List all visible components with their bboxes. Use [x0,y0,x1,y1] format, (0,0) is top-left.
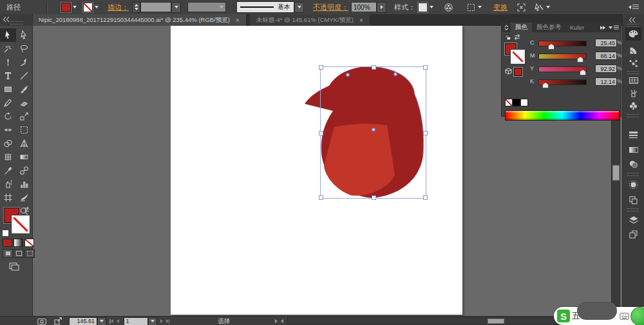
first-artboard-button[interactable] [109,319,113,324]
rotate-tool[interactable] [0,110,16,123]
panel-menu-icon[interactable] [609,25,619,30]
default-fill-stroke-icon[interactable] [2,230,9,237]
swap-fill-stroke-icon[interactable] [23,206,30,213]
selection-handle[interactable] [319,65,323,70]
toolbar-stroke-swatch[interactable] [12,215,30,233]
selection-handle[interactable] [319,195,323,200]
workspace-menu-icon[interactable] [629,4,639,10]
anchor-point[interactable] [346,73,350,77]
kuler-panel-icon[interactable] [625,57,641,70]
scroll-left-arrow[interactable] [275,319,278,323]
next-artboard-button[interactable] [160,319,163,323]
none-mode-button[interactable] [24,239,34,247]
yellow-value-field[interactable]: 92.92 [595,64,617,73]
selection-bounding-box[interactable] [320,66,426,199]
selection-handle[interactable] [319,131,323,135]
stroke-weight-label[interactable]: 描边： [108,3,129,12]
width-profile-field[interactable] [187,2,226,12]
yellow-slider[interactable] [538,66,587,72]
style-swatch[interactable] [418,3,428,12]
eyedropper-tool[interactable] [0,164,16,177]
pencil-tool[interactable] [0,96,16,110]
black-color-chip[interactable] [513,99,520,106]
anchor-point[interactable] [372,128,375,132]
align-options-icon[interactable] [466,3,482,12]
selection-handle[interactable] [372,195,376,200]
stroke-dropdown-icon[interactable] [95,6,99,8]
brushes-panel-icon[interactable] [625,86,641,100]
ime-logo[interactable]: S [557,310,570,322]
blend-tool[interactable] [16,164,32,177]
artboard-tool[interactable] [0,191,16,204]
collapse-tools-icon[interactable] [2,16,10,23]
document-tab-1[interactable]: Nipic_20180988_20171229150344445000.ai* … [32,14,246,26]
color-spectrum-bar[interactable] [505,110,620,121]
pen-variant-tool[interactable] [16,55,32,69]
pen-tool[interactable] [0,55,16,69]
fill-color-swatch[interactable] [61,3,71,12]
select-similar-icon[interactable] [534,3,550,12]
draw-inside-button[interactable] [24,249,35,258]
stroke-weight-stepper[interactable] [132,2,140,13]
gradient-panel-icon[interactable] [625,143,641,157]
type-tool[interactable] [0,69,16,83]
close-tab-2-icon[interactable]: × [359,17,363,24]
selection-tool[interactable] [0,28,16,42]
mesh-tool[interactable] [0,150,16,164]
dock-gripper[interactable] [627,208,639,212]
appearance-panel-icon[interactable] [625,178,641,192]
stroke-weight-field[interactable] [140,2,171,12]
opacity-dropdown[interactable] [377,2,386,13]
none-color-chip[interactable] [505,99,513,106]
collapse-dock-icon[interactable] [628,17,636,23]
screen-mode-button[interactable] [9,262,19,271]
horizontal-scrollbar-thumb[interactable] [488,319,504,324]
panel-collapse-icon[interactable] [504,25,509,31]
artboard-dropdown[interactable] [148,317,157,325]
cyan-slider[interactable] [538,41,587,46]
tab-kuler[interactable]: Kuler [565,23,589,32]
scale-tool[interactable] [16,110,32,123]
symbols-panel-icon[interactable] [625,99,641,113]
layers-panel-icon[interactable] [625,213,641,227]
slice-tool[interactable] [16,191,32,204]
zoom-level-field[interactable]: 145.61 [69,317,97,325]
stroke-weight-dropdown[interactable] [171,2,181,13]
previous-artboard-button[interactable] [117,319,119,323]
cyan-value-field[interactable]: 25.45 [595,39,617,47]
snapshot-icon[interactable] [37,318,46,325]
brush-dropdown[interactable] [294,2,304,13]
dock-gripper[interactable] [627,173,639,176]
column-graph-tool[interactable] [16,177,32,191]
rectangle-tool[interactable] [0,83,16,96]
gradient-mode-button[interactable] [14,239,23,247]
brush-definition-field[interactable]: 基本 [236,1,294,13]
fill-dropdown-icon[interactable] [73,6,77,8]
dock-gripper[interactable] [627,114,639,117]
selection-handle[interactable] [423,195,428,200]
symbol-sprayer-tool[interactable] [0,177,16,191]
style-dropdown-icon[interactable] [430,6,433,8]
magenta-value-field[interactable]: 88.14 [595,52,617,60]
transparency-panel-icon[interactable] [625,157,641,171]
eraser-tool[interactable] [16,96,32,110]
tools-panel-gripper[interactable] [10,21,23,25]
recolor-artwork-icon[interactable] [444,3,453,12]
shape-builder-tool[interactable] [0,137,16,150]
tab-color-guide[interactable]: 颜色参考 [532,23,565,32]
last-artboard-button[interactable] [166,319,170,324]
scroll-right-arrow[interactable] [281,319,283,323]
selection-handle[interactable] [423,131,428,135]
draw-behind-button[interactable] [14,249,24,258]
perspective-grid-tool[interactable] [16,137,32,150]
stroke-panel-icon[interactable] [625,128,641,141]
document-tab-2[interactable]: 未标题-4* @ 145.61% (CMYK/预览) × [250,14,370,26]
lasso-tool[interactable] [16,42,32,55]
line-segment-tool[interactable] [16,69,32,83]
opacity-field[interactable]: 100% [351,2,377,12]
export-icon[interactable] [54,317,62,325]
ime-keyboard-icon[interactable] [620,313,629,320]
color-mode-button[interactable] [3,239,12,247]
zoom-level-dropdown[interactable] [97,317,106,325]
artboard-number-field[interactable]: 1 [124,317,148,325]
